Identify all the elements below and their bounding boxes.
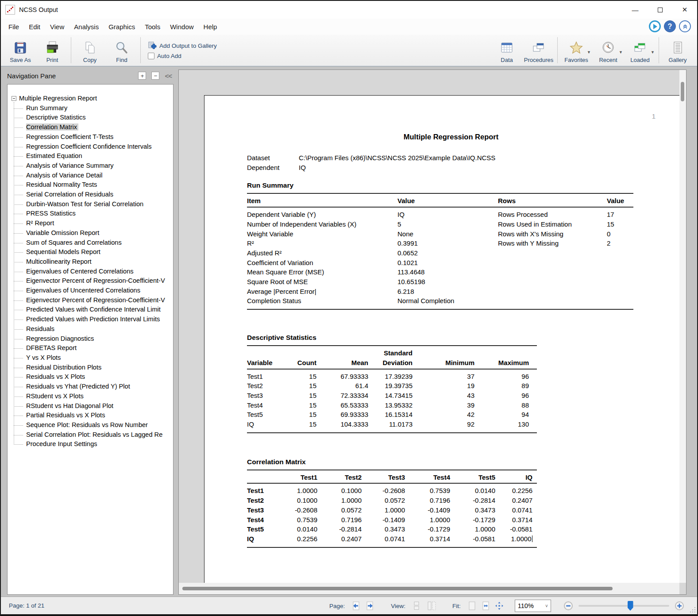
hide-pane-button[interactable]: <<	[165, 72, 172, 80]
zoom-out-button[interactable]	[563, 600, 574, 612]
collapse-ribbon-button[interactable]	[679, 20, 691, 32]
table-row: Test11567.9333317.392393796	[247, 369, 537, 381]
zoom-out-icon	[563, 601, 573, 611]
menu-item-window[interactable]: Window	[165, 20, 198, 33]
loaded-dropdown-arrow[interactable]: ▼	[651, 50, 655, 54]
nav-tree-item[interactable]: Predicted Values with Confidence Interva…	[11, 305, 173, 315]
nav-tree-item[interactable]: Regression Coefficient Confidence Interv…	[11, 142, 173, 152]
vertical-scrollbar-thumb[interactable]	[681, 82, 684, 101]
nav-tree-item[interactable]: Residuals vs Yhat (Predicted Y) Plot	[11, 382, 173, 392]
recent-button[interactable]: ▼ Recent	[592, 35, 624, 66]
data-button[interactable]: Data	[491, 35, 523, 66]
resize-grip[interactable]	[690, 607, 695, 612]
nav-tree-item[interactable]: Descriptive Statistics	[11, 113, 173, 123]
save-as-button[interactable]: Save As	[4, 35, 36, 66]
nav-tree-item[interactable]: Multicollinearity Report	[11, 257, 173, 267]
nav-tree-item[interactable]: Serial Correlation Plot: Residuals vs La…	[11, 430, 173, 440]
nav-tree-item[interactable]: Estimated Equation	[11, 151, 173, 161]
nav-tree-item[interactable]: Variable Omission Report	[11, 228, 173, 238]
zoom-percent-select[interactable]: 110% ˅	[515, 600, 551, 612]
nav-tree-item[interactable]: Residuals	[11, 324, 173, 334]
horizontal-scrollbar-thumb[interactable]	[182, 587, 613, 590]
cell: 0.1021	[397, 258, 498, 268]
collapse-all-button[interactable]: −	[151, 72, 159, 80]
menu-item-view[interactable]: View	[45, 20, 69, 33]
horizontal-scrollbar[interactable]	[179, 583, 679, 594]
nav-tree-item[interactable]: Durbin-Watson Test for Serial Correlatio…	[11, 200, 173, 209]
procedures-button[interactable]: Procedures	[523, 35, 555, 66]
menu-item-tools[interactable]: Tools	[140, 20, 165, 33]
add-output-to-gallery-button[interactable]: Add Output to Gallery	[148, 41, 217, 50]
cell: 5	[397, 219, 498, 229]
previous-page-button[interactable]	[350, 600, 362, 612]
favorites-button[interactable]: ▼ Favorites	[560, 35, 592, 66]
minimize-button[interactable]: —	[623, 1, 648, 19]
next-page-button[interactable]	[364, 600, 376, 612]
menu-item-help[interactable]: Help	[199, 20, 222, 33]
nav-tree-item[interactable]: Sum of Squares and Correlations	[11, 238, 173, 248]
nav-tree-item[interactable]: Eigenvector Percent of Regression-Coeffi…	[11, 276, 173, 286]
nav-tree-item[interactable]: RStudent vs X Plots	[11, 392, 173, 401]
nav-tree-item[interactable]: Eigenvector Percent of Regression-Coeffi…	[11, 296, 173, 305]
table-row: Test31572.3333414.734154396	[247, 391, 537, 400]
nav-tree-item[interactable]: DFBETAS Report	[11, 343, 173, 353]
nav-tree-root[interactable]: Multiple Regression Report	[11, 94, 173, 104]
favorites-dropdown-arrow[interactable]: ▼	[587, 50, 591, 54]
zoom-in-button[interactable]	[674, 600, 685, 612]
nav-tree-item[interactable]: Procedure Input Settings	[11, 439, 173, 449]
cell: 6.218	[397, 287, 498, 296]
auto-add-checkbox[interactable]	[148, 53, 154, 59]
zoom-slider-handle[interactable]	[628, 601, 633, 611]
recent-dropdown-arrow[interactable]: ▼	[619, 50, 623, 54]
zoom-slider[interactable]	[578, 605, 669, 607]
print-button[interactable]: Print	[36, 35, 68, 66]
menu-item-graphics[interactable]: Graphics	[104, 20, 140, 33]
close-button[interactable]: ✕	[672, 1, 697, 19]
nav-tree-item[interactable]: Regression Diagnostics	[11, 334, 173, 344]
nav-tree-item[interactable]: Residuals vs X Plots	[11, 372, 173, 382]
single-page-view-button[interactable]	[411, 600, 422, 612]
expand-all-button[interactable]: +	[138, 72, 146, 80]
nav-tree-item[interactable]: Partial Residuals vs X Plots	[11, 411, 173, 420]
nav-tree-item[interactable]: R² Report	[11, 219, 173, 228]
cell: Test2	[247, 496, 274, 505]
menu-item-file[interactable]: File	[4, 20, 24, 33]
nav-tree-item[interactable]: PRESS Statistics	[11, 209, 173, 219]
fit-all-button[interactable]	[494, 600, 505, 612]
menu-item-edit[interactable]: Edit	[24, 20, 45, 33]
status-bar: Page: 1 of 21 Page: View:	[1, 597, 697, 614]
vertical-scrollbar[interactable]	[679, 70, 686, 583]
run-play-button[interactable]	[649, 20, 661, 32]
fit-page-button[interactable]	[466, 600, 478, 612]
menu-item-analysis[interactable]: Analysis	[69, 20, 104, 33]
fit-width-button[interactable]	[480, 600, 491, 612]
nav-tree-item[interactable]: Analysis of Variance Detail	[11, 171, 173, 181]
copy-button[interactable]: Copy	[74, 35, 106, 66]
find-button[interactable]: Find	[106, 35, 138, 66]
nav-tree-item[interactable]: Eigenvalues of Uncentered Correlations	[11, 286, 173, 296]
nav-tree-item[interactable]: RStudent vs Hat Diagonal Plot	[11, 401, 173, 411]
nav-tree-item[interactable]: Sequential Models Report	[11, 247, 173, 257]
tree-collapse-icon[interactable]	[12, 96, 16, 101]
table-row: Test20.10001.00000.05720.7196-0.28140.24…	[247, 496, 537, 505]
nav-tree-item[interactable]: Analysis of Variance Summary	[11, 161, 173, 171]
gallery-button[interactable]: Gallery	[662, 35, 694, 66]
loaded-button[interactable]: ▼ Loaded	[624, 35, 656, 66]
cell: Mean Square Error (MSE)	[247, 267, 397, 277]
nav-tree-item[interactable]: Serial Correlation of Residuals	[11, 190, 173, 200]
nav-tree-item[interactable]: Regression Coefficient T-Tests	[11, 132, 173, 142]
nav-tree-item[interactable]: Y vs X Plots	[11, 353, 173, 363]
help-button[interactable]: ?	[664, 20, 676, 32]
nav-tree-item[interactable]: Run Summary	[11, 104, 173, 113]
nav-tree-item[interactable]: Sequence Plot: Residuals vs Row Number	[11, 420, 173, 430]
text-caret	[532, 535, 533, 542]
nav-tree-item[interactable]: Predicted Values with Prediction Interva…	[11, 315, 173, 324]
nav-tree-item[interactable]: Eigenvalues of Centered Correlations	[11, 267, 173, 277]
nav-tree-item[interactable]: Residual Distribution Plots	[11, 363, 173, 373]
nav-tree-item[interactable]: Correlation Matrix	[11, 123, 173, 132]
maximize-button[interactable]	[648, 1, 672, 19]
ncss-logo-icon	[5, 5, 15, 15]
facing-page-view-button[interactable]	[426, 600, 437, 612]
nav-tree-item[interactable]: Residual Normality Tests	[11, 180, 173, 190]
cell: IQ	[247, 420, 291, 429]
